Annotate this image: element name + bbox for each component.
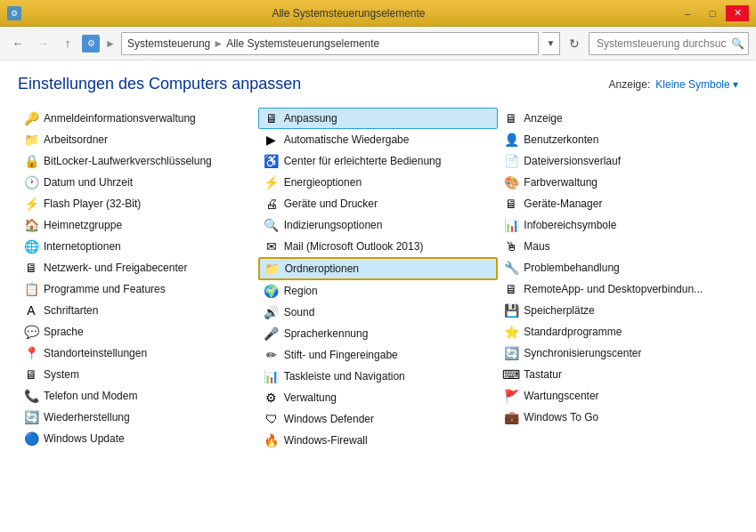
list-item[interactable]: 🔍Indizierungsoptionen (258, 214, 499, 236)
item-label: Benutzerkonten (524, 133, 598, 146)
search-icon[interactable]: 🔍 (729, 36, 745, 52)
list-item[interactable]: 🔧Problembehandlung (498, 257, 738, 278)
list-item[interactable]: ASchriftarten (18, 300, 258, 321)
list-item[interactable]: ⭐Standardprogramme (498, 321, 738, 343)
list-item[interactable]: 🔄Wiederherstellung (18, 407, 258, 428)
page-title: Einstellungen des Computers anpassen (18, 75, 301, 93)
item-label: Verwaltung (284, 391, 337, 404)
list-item[interactable]: 🎨Farbverwaltung (498, 172, 738, 193)
item-label: Wiederherstellung (44, 411, 130, 423)
up-button[interactable]: ↑ (57, 33, 78, 54)
list-item[interactable]: 🚩Wartungscenter (498, 385, 738, 407)
list-item[interactable]: ✏Stift- und Fingereingabe (258, 344, 499, 366)
item-icon: ⭐ (504, 325, 518, 339)
maximize-button[interactable]: □ (701, 5, 724, 21)
main-content: Einstellungen des Computers anpassen Anz… (0, 60, 756, 532)
list-item[interactable]: 📁Arbeitsordner (18, 129, 258, 150)
list-item[interactable]: 👤Benutzerkonten (498, 129, 738, 150)
item-icon: 🚩 (504, 389, 518, 403)
item-icon: 📊 (264, 369, 279, 383)
list-item[interactable]: 🏠Heimnetzgruppe (18, 214, 258, 236)
search-input[interactable] (589, 32, 749, 55)
list-item[interactable]: ⚡Flash Player (32-Bit) (18, 193, 258, 214)
item-icon: ⚡ (264, 175, 279, 189)
item-icon: 🖥 (504, 282, 518, 296)
item-label: Anpassung (284, 112, 337, 125)
list-item[interactable]: 📁Ordneroptionen (258, 257, 499, 280)
list-item[interactable]: 📊Taskleiste und Navigation (258, 366, 499, 387)
view-dropdown[interactable]: Kleine Symbole ▾ (655, 78, 738, 91)
list-item[interactable]: ▶Automatische Wiedergabe (258, 129, 499, 150)
list-item[interactable]: 📋Programme und Features (18, 278, 258, 300)
item-icon: 📋 (24, 282, 38, 296)
minimize-button[interactable]: – (676, 5, 699, 21)
address-dropdown[interactable]: ▼ (542, 32, 560, 55)
item-icon: 🌍 (264, 284, 279, 298)
breadcrumb-sep1: ► (105, 37, 116, 50)
item-label: Center für erleichterte Bedienung (284, 155, 442, 167)
refresh-button[interactable]: ↻ (564, 33, 585, 54)
list-item[interactable]: 🕐Datum und Uhrzeit (18, 172, 258, 193)
item-label: Stift- und Fingereingabe (284, 349, 398, 361)
item-icon: 🌐 (24, 239, 38, 254)
list-item[interactable]: 🖥System (18, 364, 258, 385)
app-icon: ⚙ (7, 6, 21, 20)
list-item[interactable]: 🖱Maus (498, 236, 738, 257)
list-item[interactable]: ⚡Energieoptionen (258, 172, 499, 193)
item-icon: 💼 (504, 410, 518, 424)
item-icon: 🔵 (24, 431, 38, 446)
list-item[interactable]: 🔑Anmeldeinformationsverwaltung (18, 108, 258, 129)
item-label: Standardprogramme (524, 326, 622, 338)
list-item[interactable]: ⌨Tastatur (498, 364, 738, 385)
list-item[interactable]: 🔊Sound (258, 302, 499, 323)
forward-button[interactable]: → (32, 33, 53, 54)
list-item[interactable]: 💼Windows To Go (498, 407, 738, 428)
item-label: Sound (284, 306, 315, 318)
item-icon: ⚡ (24, 197, 38, 211)
item-icon: 🖥 (24, 367, 38, 382)
item-label: Schriftarten (44, 304, 98, 317)
item-label: Maus (524, 240, 549, 253)
item-label: Taskleiste und Navigation (284, 370, 405, 383)
list-item[interactable]: 🔥Windows-Firewall (258, 430, 499, 451)
list-item[interactable]: 🎤Spracherkennung (258, 323, 499, 344)
item-icon: 👤 (504, 133, 518, 147)
list-item[interactable]: 🌍Region (258, 280, 499, 302)
item-label: Arbeitsordner (44, 133, 108, 146)
list-item[interactable]: 🔵Windows Update (18, 428, 258, 449)
list-item[interactable]: ⚙Verwaltung (258, 387, 499, 408)
location-icon: ⚙ (82, 35, 100, 52)
list-item[interactable]: 📞Telefon und Modem (18, 385, 258, 407)
item-label: BitLocker-Laufwerkverschlüsselung (44, 155, 212, 167)
list-item[interactable]: 🖥Anzeige (498, 108, 738, 129)
item-icon: 🖥 (504, 197, 518, 211)
list-item[interactable]: 🖥RemoteApp- und Desktopverbindun... (498, 278, 738, 300)
list-item[interactable]: 🔄Synchronisierungscenter (498, 343, 738, 364)
list-item[interactable]: 🔒BitLocker-Laufwerkverschlüsselung (18, 150, 258, 172)
list-item[interactable]: 🖥Netzwerk- und Freigabecenter (18, 257, 258, 278)
item-icon: 📞 (24, 389, 38, 403)
list-item[interactable]: 💾Speicherplätze (498, 300, 738, 321)
item-label: Dateiversionsverlauf (524, 155, 621, 167)
item-icon: 🔒 (24, 154, 38, 168)
list-item[interactable]: ♿Center für erleichterte Bedienung (258, 150, 499, 172)
list-item[interactable]: 🖥Anpassung (258, 108, 499, 129)
item-icon: 🔄 (504, 346, 518, 360)
close-button[interactable]: ✕ (726, 5, 749, 21)
item-label: Windows Update (44, 432, 125, 445)
list-item[interactable]: 🖨Geräte und Drucker (258, 193, 499, 214)
item-icon: 🛡 (264, 412, 279, 426)
list-item[interactable]: 📍Standorteinstellungen (18, 343, 258, 364)
list-item[interactable]: ✉Mail (Microsoft Outlook 2013) (258, 236, 499, 257)
list-item[interactable]: 🛡Windows Defender (258, 408, 499, 430)
item-icon: 🖱 (504, 239, 518, 254)
list-item[interactable]: 📊Infobereichsymbole (498, 214, 738, 236)
list-item[interactable]: 🌐Internetoptionen (18, 236, 258, 257)
back-button[interactable]: ← (7, 33, 28, 54)
list-item[interactable]: 📄Dateiversionsverlauf (498, 150, 738, 172)
list-item[interactable]: 💬Sprache (18, 321, 258, 343)
item-icon: 🖥 (264, 111, 279, 125)
list-item[interactable]: 🖥Geräte-Manager (498, 193, 738, 214)
path-part2: Alle Systemsteuerungselemente (226, 37, 379, 50)
address-path[interactable]: Systemsteuerung ► Alle Systemsteuerungse… (121, 32, 539, 55)
